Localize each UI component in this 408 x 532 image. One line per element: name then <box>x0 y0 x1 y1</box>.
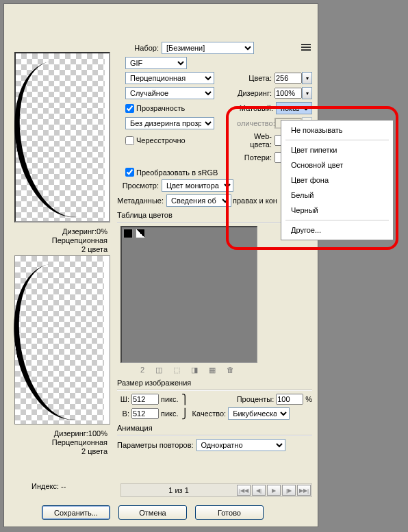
play-button[interactable]: ▶ <box>267 485 281 496</box>
trans-dither-select[interactable]: Без дизеринга прозр... <box>125 117 214 129</box>
dither-method-select[interactable]: Случайное <box>125 87 214 99</box>
interlaced-label: Чересстрочно <box>136 136 186 144</box>
loop-label: Параметры повторов: <box>117 441 194 449</box>
percent-unit: % <box>305 395 312 403</box>
dialog-window: Дизеринг:0% Перцепционная 2 цвета Дизери… <box>3 3 318 527</box>
preview-column: Дизеринг:0% Перцепционная 2 цвета Дизери… <box>14 52 110 457</box>
preview-1[interactable] <box>14 52 110 223</box>
pager-text: 1 из 1 <box>121 486 236 494</box>
width-unit: пикс. <box>161 395 179 403</box>
width-input[interactable] <box>131 394 159 405</box>
transparency-check[interactable] <box>125 104 134 113</box>
first-frame-button[interactable]: |◀◀ <box>237 485 251 496</box>
preview-2[interactable] <box>14 255 110 425</box>
imagesize-label: Размер изображения <box>117 379 312 387</box>
webcolors-label: Web-цвета: <box>237 132 275 149</box>
colortable-tools: 2 ◫ ⬚ ◨ ▦ 🗑 <box>117 366 254 375</box>
settings-panel: Набор: [Безимени] GIF Перцепционная Цвет… <box>117 42 312 454</box>
menu-item-black[interactable]: Черный <box>281 203 393 218</box>
preview-select[interactable]: Цвет монитора <box>162 179 233 192</box>
dialog-buttons: Сохранить... Отмена Готово <box>42 505 264 520</box>
srgb-label: Преобразовать в sRGB <box>136 168 218 177</box>
swatch-bw[interactable] <box>136 229 145 238</box>
menu-item-none[interactable]: Не показывать <box>281 123 393 138</box>
loss-label: Потери: <box>237 153 275 162</box>
link-icon[interactable]: ⎫ <box>181 394 190 405</box>
trash-icon[interactable]: 🗑 <box>227 366 234 375</box>
palette-select[interactable]: Перцепционная <box>125 72 214 84</box>
width-label: Ш: <box>117 395 129 403</box>
dithering-step[interactable]: ▾ <box>302 87 312 99</box>
preset-select[interactable]: [Безимени] <box>162 42 254 54</box>
frame-pager: 1 из 1 |◀◀ ◀| ▶ |▶ ▶▶| <box>120 483 312 497</box>
matte-label: Матовый: <box>238 104 276 112</box>
interlaced-check[interactable] <box>125 136 134 145</box>
preview-1-info: Дизеринг:0% Перцепционная 2 цвета <box>14 226 110 255</box>
amount-label: оличество: <box>237 119 275 127</box>
colors-step[interactable]: ▾ <box>302 72 312 84</box>
last-frame-button[interactable]: ▶▶| <box>297 485 311 496</box>
metadata-select[interactable]: Сведения об авт <box>166 194 231 207</box>
menu-item-background[interactable]: Цвет фона <box>281 173 393 188</box>
color-count: 2 <box>140 366 144 375</box>
animation-label: Анимация <box>117 424 312 432</box>
dithering-input[interactable] <box>275 88 302 99</box>
flyout-menu-icon[interactable] <box>300 43 312 53</box>
color-table[interactable] <box>120 226 257 363</box>
tool-icon[interactable]: ◨ <box>191 366 198 375</box>
cancel-button[interactable]: Отмена <box>118 505 187 520</box>
index-text: Индекс: -- <box>31 482 66 490</box>
height-input[interactable] <box>131 408 159 419</box>
height-unit: пикс. <box>161 409 179 418</box>
colors-label: Цвета: <box>237 74 275 82</box>
save-button[interactable]: Сохранить... <box>42 505 110 520</box>
tool-icon[interactable]: ◫ <box>155 366 162 375</box>
metadata-extra: правах и кон <box>233 197 277 205</box>
preview-2-info: Дизеринг:100% Перцепционная 2 цвета <box>14 428 110 457</box>
format-select[interactable]: GIF <box>125 57 187 69</box>
menu-item-eyedropper[interactable]: Цвет пипетки <box>281 142 393 157</box>
colors-input[interactable] <box>275 73 302 84</box>
percent-input[interactable] <box>276 394 303 405</box>
preset-label: Набор: <box>117 44 162 52</box>
matte-dropdown-menu: Не показывать Цвет пипетки Основной цвет… <box>281 120 394 240</box>
menu-item-foreground[interactable]: Основной цвет <box>281 157 393 173</box>
loop-select[interactable]: Однократно <box>196 439 285 451</box>
prev-frame-button[interactable]: ◀| <box>252 485 266 496</box>
swatch-black[interactable] <box>123 229 133 238</box>
height-label: В: <box>117 409 129 418</box>
matte-select[interactable]: показыва <box>276 102 312 114</box>
next-frame-button[interactable]: |▶ <box>282 485 296 496</box>
metadata-label: Метаданные: <box>117 197 166 205</box>
done-button[interactable]: Готово <box>195 505 264 520</box>
percent-label: Проценты: <box>237 395 275 403</box>
quality-label: Качество: <box>192 409 227 418</box>
transparency-label: Прозрачность <box>136 104 185 112</box>
preview-label: Просмотр: <box>117 181 162 190</box>
srgb-check[interactable] <box>125 168 134 177</box>
menu-item-other[interactable]: Другое... <box>281 223 393 238</box>
quality-select[interactable]: Бикубическая <box>228 407 290 420</box>
tool-icon[interactable]: ▦ <box>209 366 216 375</box>
tool-icon[interactable]: ⬚ <box>173 366 180 375</box>
link-icon2[interactable]: ⎭ <box>181 408 190 419</box>
dithering-label: Дизеринг: <box>237 89 275 97</box>
menu-item-white[interactable]: Белый <box>281 188 393 203</box>
